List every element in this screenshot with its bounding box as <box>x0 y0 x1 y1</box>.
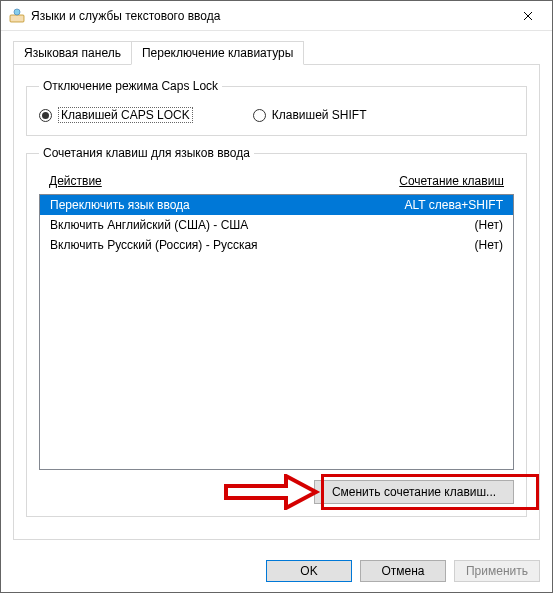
hotkeys-list[interactable]: Переключить язык ввода ALT слева+SHIFT В… <box>39 194 514 470</box>
cell-combo: ALT слева+SHIFT <box>363 198 503 212</box>
svg-rect-0 <box>10 15 24 22</box>
radio-capslock-key[interactable]: Клавишей CAPS LOCK <box>39 107 193 123</box>
list-row[interactable]: Включить Русский (Россия) - Русская (Нет… <box>40 235 513 255</box>
apply-button: Применить <box>454 560 540 582</box>
cancel-button[interactable]: Отмена <box>360 560 446 582</box>
radio-shift-key[interactable]: Клавишей SHIFT <box>253 107 367 123</box>
capslock-legend: Отключение режима Caps Lock <box>39 79 222 93</box>
radio-indicator-selected <box>39 109 52 122</box>
radio-label-shift: Клавишей SHIFT <box>272 108 367 122</box>
dialog-window: Языки и службы текстового ввода Языковая… <box>0 0 553 593</box>
hotkeys-legend: Сочетания клавиш для языков ввода <box>39 146 254 160</box>
tab-strip: Языковая панель Переключение клавиатуры <box>13 41 540 65</box>
header-combo: Сочетание клавиш <box>354 174 504 188</box>
ok-button[interactable]: OK <box>266 560 352 582</box>
cell-action: Переключить язык ввода <box>50 198 363 212</box>
app-icon <box>9 8 25 24</box>
tab-keyboard-switching[interactable]: Переключение клавиатуры <box>131 41 304 65</box>
tab-pane: Отключение режима Caps Lock Клавишей CAP… <box>13 64 540 540</box>
cell-combo: (Нет) <box>363 218 503 232</box>
radio-label-capslock: Клавишей CAPS LOCK <box>58 107 193 123</box>
cell-combo: (Нет) <box>363 238 503 252</box>
list-header: Действие Сочетание клавиш <box>39 170 514 194</box>
annotation-arrow-icon <box>221 474 321 510</box>
cell-action: Включить Русский (Россия) - Русская <box>50 238 363 252</box>
radio-indicator <box>253 109 266 122</box>
hotkeys-group: Сочетания клавиш для языков ввода Действ… <box>26 146 527 517</box>
list-row-selected[interactable]: Переключить язык ввода ALT слева+SHIFT <box>40 195 513 215</box>
title-bar: Языки и службы текстового ввода <box>1 1 552 31</box>
header-action: Действие <box>49 174 354 188</box>
content-area: Языковая панель Переключение клавиатуры … <box>1 31 552 550</box>
tab-language-bar[interactable]: Языковая панель <box>13 41 132 65</box>
capslock-options: Клавишей CAPS LOCK Клавишей SHIFT <box>39 107 514 123</box>
window-title: Языки и службы текстового ввода <box>31 9 508 23</box>
cell-action: Включить Английский (США) - США <box>50 218 363 232</box>
close-button[interactable] <box>508 2 548 30</box>
change-hotkey-button[interactable]: Сменить сочетание клавиш... <box>314 480 514 504</box>
dialog-buttons: OK Отмена Применить <box>1 550 552 592</box>
svg-point-1 <box>14 9 20 15</box>
change-button-area: Сменить сочетание клавиш... <box>39 480 514 504</box>
capslock-group: Отключение режима Caps Lock Клавишей CAP… <box>26 79 527 136</box>
list-row[interactable]: Включить Английский (США) - США (Нет) <box>40 215 513 235</box>
